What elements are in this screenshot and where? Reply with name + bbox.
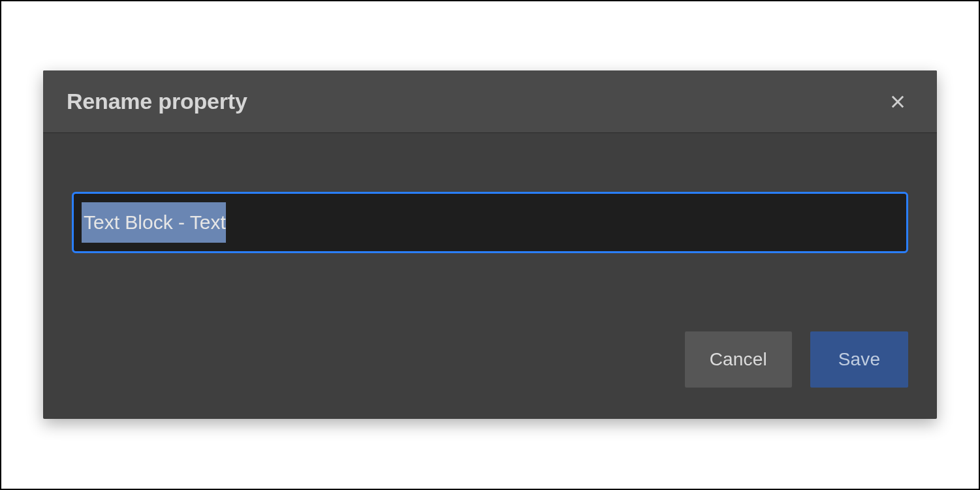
property-name-input[interactable]: Text Block - Text [72, 192, 908, 253]
dialog-header: Rename property [43, 70, 937, 133]
close-icon [889, 93, 907, 111]
rename-property-dialog: Rename property Text Block - Text Cancel… [43, 70, 937, 419]
dialog-body: Text Block - Text [43, 133, 937, 279]
input-selected-text: Text Block - Text [82, 202, 226, 243]
dialog-title: Rename property [67, 89, 247, 114]
cancel-button[interactable]: Cancel [685, 331, 792, 388]
close-button[interactable] [886, 90, 909, 114]
save-button[interactable]: Save [810, 331, 908, 388]
dialog-footer: Cancel Save [43, 279, 937, 419]
